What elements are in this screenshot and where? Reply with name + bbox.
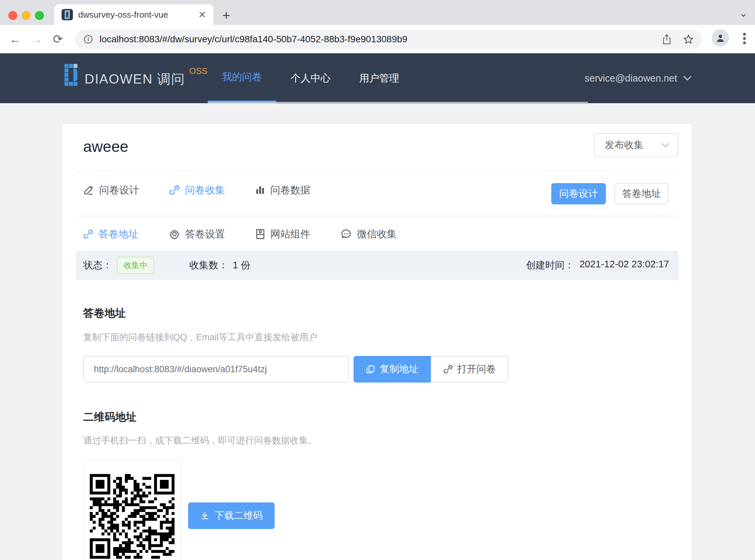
chat-bubble-icon <box>341 229 351 239</box>
survey-main-tabs: 问卷设计 问卷收集 <box>83 177 310 203</box>
reload-button[interactable]: ⟳ <box>47 32 68 46</box>
tab-overview-chevron-icon[interactable]: ⌄ <box>739 7 748 19</box>
link-icon <box>169 185 180 196</box>
close-window-button[interactable] <box>8 11 17 20</box>
tab-survey-data[interactable]: 问卷数据 <box>255 177 310 203</box>
browser-tab[interactable]: dwsurvey-oss-front-vue ✕ <box>54 4 213 25</box>
publish-select-value: 发布收集 <box>605 139 661 152</box>
bar-chart-icon <box>255 185 265 195</box>
answer-url-button[interactable]: 答卷地址 <box>614 183 669 204</box>
created-label: 创建时间： <box>526 259 574 272</box>
download-qrcode-button[interactable]: 下载二维码 <box>188 502 274 529</box>
gear-icon <box>169 229 180 239</box>
nav-item-user-management[interactable]: 用户管理 <box>345 53 413 103</box>
qrcode-description: 通过手机扫一扫，或下载二维码，即可进行问卷数据收集。 <box>83 435 317 446</box>
qrcode-heading: 二维码地址 <box>83 410 137 424</box>
share-icon[interactable] <box>662 34 672 45</box>
tag-icon <box>256 229 265 239</box>
survey-url-input[interactable] <box>83 356 349 383</box>
collect-sub-tabs: 答卷地址 答卷设置 网站组件 <box>83 221 397 247</box>
app-header: DIAOWEN 调问 OSS 我的问卷 个人中心 用户管理 service@di… <box>0 53 755 103</box>
tab-title: dwsurvey-oss-front-vue <box>78 9 195 20</box>
new-tab-button[interactable]: + <box>222 9 230 22</box>
status-bar: 状态： 收集中 收集数： 1 份 创建时间： 2021-12-02 23:02:… <box>76 251 678 280</box>
nav-item-my-surveys[interactable]: 我的问卷 <box>208 53 276 103</box>
qrcode-image <box>87 471 178 560</box>
forward-button[interactable]: → <box>26 32 47 46</box>
survey-design-button[interactable]: 问卷设计 <box>551 183 606 204</box>
copy-icon <box>366 364 375 374</box>
survey-detail-card: aweee 发布收集 问卷设计 <box>63 124 692 560</box>
chevron-down-icon <box>661 142 670 148</box>
divider <box>76 216 678 216</box>
status-label: 状态： <box>83 259 112 272</box>
count-value: 1 份 <box>233 259 250 272</box>
created-value: 2021-12-02 23:02:17 <box>579 259 669 272</box>
diaowen-logo-icon <box>63 64 79 86</box>
url-text: localhost:8083/#/dw/survey/c/url/c98fa14… <box>100 34 656 45</box>
site-info-icon[interactable] <box>84 35 93 44</box>
user-email: service@diaowen.net <box>585 73 677 84</box>
pencil-icon <box>83 185 94 196</box>
download-icon <box>200 511 209 520</box>
nav-baseline <box>208 102 588 103</box>
answer-url-description: 复制下面的问卷链接到QQ，Email等工具中直接发给被用户 <box>83 331 318 343</box>
subtab-site-widget[interactable]: 网站组件 <box>256 221 310 247</box>
subtab-answer-settings[interactable]: 答卷设置 <box>169 221 225 247</box>
subtab-wechat-collect[interactable]: 微信收集 <box>341 221 397 247</box>
link-icon <box>444 364 453 374</box>
browser-menu-icon[interactable]: ••• <box>743 32 746 45</box>
qrcode-box <box>83 459 181 560</box>
fullscreen-window-button[interactable] <box>35 11 44 20</box>
publish-collect-select[interactable]: 发布收集 <box>594 133 678 157</box>
user-account-dropdown[interactable]: service@diaowen.net <box>585 53 692 103</box>
brand-name: DIAOWEN 调问 <box>85 70 185 88</box>
browser-profile-avatar[interactable] <box>712 29 729 47</box>
back-button[interactable]: ← <box>5 32 26 46</box>
address-bar[interactable]: localhost:8083/#/dw/survey/c/url/c98fa14… <box>75 29 702 49</box>
app-nav: 我的问卷 个人中心 用户管理 <box>208 53 413 103</box>
count-label: 收集数： <box>189 259 228 272</box>
bookmark-star-icon[interactable] <box>683 34 694 45</box>
subtab-answer-url[interactable]: 答卷地址 <box>83 221 139 247</box>
minimize-window-button[interactable] <box>22 11 30 20</box>
answer-url-heading: 答卷地址 <box>83 306 126 321</box>
close-tab-icon[interactable]: ✕ <box>198 9 206 20</box>
tab-survey-collect[interactable]: 问卷收集 <box>169 177 225 203</box>
status-badge: 收集中 <box>117 257 154 274</box>
divider <box>76 171 678 172</box>
browser-tab-strip: dwsurvey-oss-front-vue ✕ + ⌄ <box>0 0 755 25</box>
nav-item-profile[interactable]: 个人中心 <box>276 53 345 103</box>
chevron-down-icon <box>683 76 692 81</box>
favicon <box>62 9 73 20</box>
open-survey-button[interactable]: 打开问卷 <box>431 356 508 383</box>
tab-survey-design[interactable]: 问卷设计 <box>83 177 139 203</box>
brand-logo[interactable]: DIAOWEN 调问 OSS <box>63 64 207 88</box>
browser-window: dwsurvey-oss-front-vue ✕ + ⌄ ← → ⟳ local… <box>0 0 755 560</box>
copy-url-button[interactable]: 复制地址 <box>353 356 431 383</box>
link-icon <box>83 229 93 239</box>
brand-oss-badge: OSS <box>189 66 207 76</box>
survey-title: aweee <box>83 138 128 156</box>
